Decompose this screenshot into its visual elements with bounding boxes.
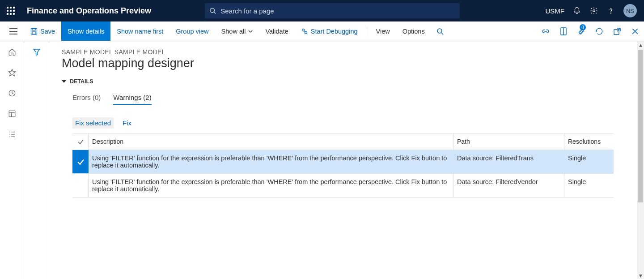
- nav-toggle-button[interactable]: [3, 21, 24, 41]
- fix-button[interactable]: Fix: [120, 117, 134, 129]
- close-icon: [632, 28, 638, 34]
- help-button[interactable]: [606, 6, 615, 15]
- main-content: SAMPLE MODEL SAMPLE MODEL Model mapping …: [49, 41, 644, 279]
- page-options-button[interactable]: [555, 21, 572, 41]
- search-icon: [209, 7, 216, 14]
- row-checkbox-checked[interactable]: [72, 150, 89, 173]
- nav-favorites[interactable]: [8, 68, 17, 77]
- options-menu[interactable]: Options: [396, 21, 431, 41]
- start-debugging-label: Start Debugging: [311, 28, 358, 35]
- attachments-button[interactable]: 0: [572, 21, 590, 41]
- close-button[interactable]: [626, 21, 644, 41]
- row-checkbox[interactable]: [72, 174, 89, 197]
- filter-icon: [33, 48, 41, 56]
- global-search-input[interactable]: [220, 7, 455, 15]
- scroll-down-arrow[interactable]: ▾: [637, 272, 644, 279]
- view-menu[interactable]: View: [370, 21, 396, 41]
- nav-workspaces[interactable]: [8, 109, 17, 118]
- select-all-header[interactable]: [72, 133, 89, 150]
- svg-rect-23: [9, 111, 15, 117]
- tab-warnings[interactable]: Warnings (2): [113, 91, 151, 105]
- notifications-button[interactable]: [572, 6, 581, 15]
- link-button[interactable]: [537, 21, 555, 41]
- nav-recent[interactable]: [8, 89, 17, 98]
- home-icon: [8, 48, 16, 56]
- column-header-path[interactable]: Path: [453, 133, 564, 150]
- svg-point-11: [305, 31, 307, 34]
- debug-icon: [301, 28, 308, 35]
- cell-description: Using 'FILTER' function for the expressi…: [89, 150, 453, 173]
- group-view-button[interactable]: Group view: [169, 21, 215, 41]
- show-all-label: Show all: [221, 28, 246, 35]
- app-title: Finance and Operations Preview: [27, 6, 151, 16]
- nav-modules[interactable]: [8, 130, 17, 139]
- popout-icon: [614, 28, 621, 35]
- cell-path: Data source: FilteredTrans: [453, 150, 564, 173]
- validate-label: Validate: [265, 28, 288, 35]
- gear-icon: [590, 7, 598, 15]
- cell-resolutions: Single: [564, 174, 614, 197]
- svg-point-10: [302, 29, 304, 31]
- cell-description: Using 'FILTER' function for the expressi…: [89, 174, 453, 197]
- star-icon: [8, 69, 16, 77]
- grid-row[interactable]: Using 'FILTER' function for the expressi…: [72, 150, 614, 173]
- bell-icon: [573, 7, 581, 15]
- vertical-scrollbar[interactable]: ▴ ▾: [637, 41, 644, 279]
- caret-down-icon: [62, 80, 66, 83]
- svg-line-14: [441, 33, 443, 34]
- popout-button[interactable]: [608, 21, 626, 41]
- svg-point-2: [593, 10, 595, 12]
- svg-rect-9: [32, 32, 36, 34]
- svg-marker-32: [34, 49, 40, 56]
- breadcrumb: SAMPLE MODEL SAMPLE MODEL: [62, 48, 633, 56]
- workspace-icon: [8, 110, 16, 118]
- tab-errors[interactable]: Errors (0): [72, 91, 101, 105]
- options-label: Options: [402, 28, 425, 35]
- view-label: View: [376, 28, 390, 35]
- show-name-first-button[interactable]: Show name first: [110, 21, 169, 41]
- chevron-down-icon: [248, 30, 253, 33]
- page-title: Model mapping designer: [62, 56, 633, 70]
- modules-icon: [8, 130, 16, 138]
- nav-home[interactable]: [8, 47, 17, 56]
- waffle-icon: [7, 7, 15, 15]
- column-header-description[interactable]: Description: [89, 133, 453, 150]
- save-icon: [30, 28, 38, 35]
- find-button[interactable]: [431, 21, 449, 41]
- user-avatar[interactable]: NS: [623, 4, 637, 17]
- attachments-badge: 0: [580, 24, 586, 30]
- book-icon: [560, 27, 567, 35]
- filter-pane: [24, 41, 49, 279]
- save-button[interactable]: Save: [24, 21, 61, 41]
- svg-point-13: [437, 29, 442, 33]
- details-section-toggle[interactable]: DETAILS: [62, 78, 633, 85]
- column-header-resolutions[interactable]: Resolutions: [564, 133, 614, 150]
- show-name-first-label: Show name first: [117, 28, 163, 35]
- svg-line-12: [304, 31, 305, 32]
- svg-rect-8: [32, 28, 35, 30]
- search-icon: [436, 28, 444, 35]
- show-details-button[interactable]: Show details: [61, 21, 110, 41]
- global-search[interactable]: [205, 3, 460, 18]
- fix-selected-button[interactable]: Fix selected: [72, 117, 114, 129]
- company-label[interactable]: USMF: [546, 7, 565, 15]
- filter-toggle[interactable]: [32, 47, 41, 56]
- refresh-icon: [595, 27, 603, 35]
- cell-resolutions: Single: [564, 150, 614, 173]
- svg-point-3: [610, 13, 611, 13]
- show-all-menu[interactable]: Show all: [215, 21, 259, 41]
- checkmark-icon: [77, 158, 84, 165]
- save-label: Save: [40, 28, 55, 35]
- link-icon: [542, 28, 549, 35]
- question-icon: [607, 7, 615, 15]
- navigation-rail: [0, 41, 24, 279]
- app-launcher-button[interactable]: [0, 0, 21, 21]
- refresh-button[interactable]: [590, 21, 608, 41]
- scroll-thumb[interactable]: [638, 50, 643, 202]
- group-view-label: Group view: [176, 28, 208, 35]
- settings-button[interactable]: [589, 6, 598, 15]
- grid-row[interactable]: Using 'FILTER' function for the expressi…: [72, 173, 614, 197]
- start-debugging-button[interactable]: Start Debugging: [295, 21, 364, 41]
- validate-button[interactable]: Validate: [259, 21, 294, 41]
- scroll-up-arrow[interactable]: ▴: [637, 41, 644, 48]
